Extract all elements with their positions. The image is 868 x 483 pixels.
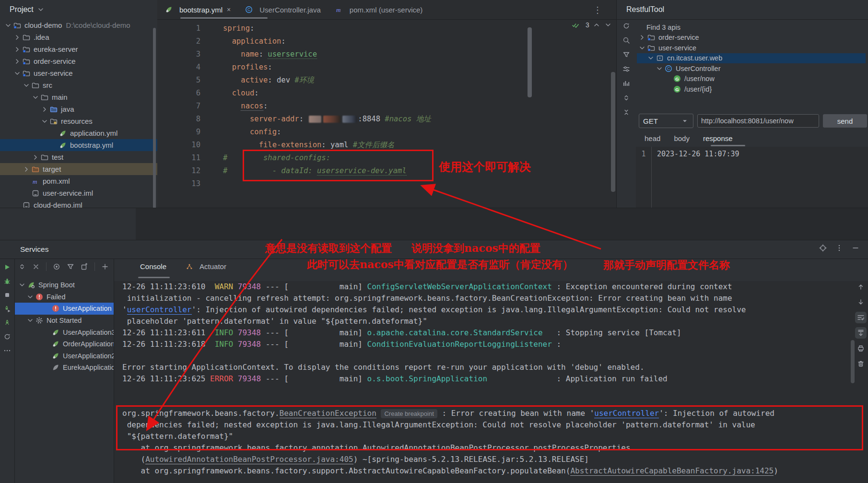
tree-row[interactable]: mpom.xml [0, 175, 157, 187]
chevron-right-icon[interactable] [13, 58, 22, 65]
down-arrow-icon[interactable] [855, 296, 867, 308]
tree-row[interactable]: UserApplication [15, 303, 114, 315]
console-segment[interactable]: BeanCreationException [280, 409, 376, 418]
tree-row[interactable]: user-service [0, 67, 157, 79]
chevron-down-icon[interactable] [4, 22, 12, 29]
close-icon[interactable]: × [227, 6, 231, 13]
target-icon[interactable] [819, 244, 827, 252]
stop-icon[interactable] [3, 291, 11, 299]
url-input[interactable]: http://localhost:8081/user/now [697, 114, 819, 128]
tree-row[interactable]: OrderApplication [15, 338, 114, 350]
tree-row[interactable]: application.yml [0, 127, 157, 139]
tab-console[interactable]: Console [140, 262, 166, 271]
tree-row[interactable]: main [0, 91, 157, 103]
chevron-down-icon[interactable] [26, 293, 35, 301]
chevron-down-icon[interactable] [604, 21, 612, 29]
tree-row[interactable]: Failed [15, 291, 114, 303]
refresh-icon[interactable] [622, 22, 630, 30]
minimize-icon[interactable] [852, 244, 859, 252]
add-icon[interactable] [101, 263, 109, 271]
tree-row[interactable]: G/user/{id} [637, 84, 866, 94]
project-panel-header[interactable]: Project [0, 0, 157, 19]
run-icon[interactable] [3, 263, 11, 271]
open-new-icon[interactable] [81, 263, 88, 271]
tree-row[interactable]: UserApplication2 [15, 350, 114, 362]
tree-row[interactable]: Find 3 apis [637, 22, 866, 33]
editor-tab[interactable]: mpom.xml (user-service) [328, 0, 430, 19]
code-editor[interactable]: 1spring:2 application:3 name: userservic… [157, 22, 431, 190]
send-button[interactable]: send [823, 114, 867, 128]
tab-response[interactable]: response [703, 134, 733, 142]
console-segment[interactable]: AbstractAutowireCapableBeanFactory.java:… [570, 466, 774, 476]
more-icon[interactable] [3, 347, 11, 354]
tree-row[interactable]: cn.itcast.user.web [637, 53, 866, 64]
debug-icon[interactable] [3, 277, 11, 285]
editor-tab[interactable]: bootstrap.yml× [157, 0, 237, 19]
tree-row[interactable]: java [0, 103, 157, 115]
printer-icon[interactable] [855, 342, 867, 354]
soft-wrap-icon[interactable] [855, 312, 867, 323]
console-segment[interactable]: AutowiredAnnotationBeanPostProcessor.jav… [145, 455, 353, 464]
chevron-up-icon[interactable] [592, 21, 601, 29]
tab-body[interactable]: body [674, 134, 690, 142]
tree-row[interactable]: bootstrap.yml [0, 139, 157, 151]
tree-row[interactable]: target [0, 163, 157, 175]
kebab-icon[interactable] [835, 244, 843, 252]
chevron-down-icon[interactable] [36, 6, 45, 13]
chevron-right-icon[interactable] [40, 106, 49, 113]
chevron-down-icon[interactable] [13, 70, 22, 77]
tree-row[interactable]: user-service [637, 43, 866, 53]
tree-row[interactable]: resources [0, 115, 157, 127]
chevron-down-icon[interactable] [646, 54, 655, 62]
search-icon[interactable] [622, 36, 630, 44]
chevron-right-icon[interactable] [22, 165, 31, 173]
scroll-end-icon[interactable] [855, 327, 867, 339]
console-scrollbar[interactable] [851, 340, 855, 383]
rocket-icon[interactable] [3, 319, 11, 327]
tab-head[interactable]: head [645, 134, 660, 142]
tree-row[interactable]: EurekaApplication [15, 362, 114, 374]
chevron-right-icon[interactable] [13, 46, 22, 53]
expand-all-icon[interactable] [622, 94, 630, 102]
tree-row[interactable]: order-service [0, 55, 157, 67]
editor-scrollbar-thumb[interactable] [528, 27, 532, 97]
tree-row[interactable]: Not Started [15, 315, 114, 327]
tree-row[interactable]: G/user/now [637, 74, 866, 84]
chevron-right-icon[interactable] [638, 34, 646, 41]
sliders-icon[interactable] [622, 65, 630, 73]
editor-tab[interactable]: CUserController.java [237, 0, 328, 19]
tree-row[interactable]: order-service [637, 33, 866, 43]
console-segment[interactable]: userController [127, 305, 192, 315]
chevron-down-icon[interactable] [40, 118, 49, 125]
sort-icon[interactable] [18, 263, 26, 271]
chevron-right-icon[interactable] [31, 153, 40, 161]
chevron-down-icon[interactable] [31, 94, 40, 101]
tree-row[interactable]: cloud-demoD:\code\cloud-demo [0, 19, 157, 31]
editor-scrollbar[interactable] [611, 72, 615, 192]
services-header[interactable]: Services [0, 240, 868, 259]
chevron-down-icon[interactable] [655, 65, 664, 72]
kebab-icon[interactable]: ⋮ [593, 5, 602, 15]
chevron-down-icon[interactable] [18, 281, 26, 289]
tree-row[interactable]: user-service.iml [0, 187, 157, 199]
chart-bars-icon[interactable] [622, 80, 630, 87]
filter-icon[interactable] [67, 263, 74, 271]
tree-row[interactable]: test [0, 151, 157, 163]
tree-row[interactable]: Spring Boot [15, 279, 114, 291]
tree-row[interactable]: CUserController [637, 63, 866, 74]
tree-row[interactable]: eureka-server [0, 43, 157, 55]
inspections-widget[interactable]: 3 [571, 21, 612, 29]
refresh-icon[interactable] [3, 333, 11, 341]
chevron-down-icon[interactable] [22, 82, 31, 89]
method-select[interactable]: GET [639, 114, 693, 128]
tree-row[interactable]: UserApplication3 [15, 326, 114, 338]
close-icon[interactable] [32, 263, 40, 271]
tab-actuator[interactable]: Actuator [185, 262, 226, 271]
filter-icon[interactable] [622, 51, 630, 59]
chevron-down-icon[interactable] [638, 44, 646, 52]
up-arrow-icon[interactable] [855, 281, 867, 293]
tree-row[interactable]: src [0, 79, 157, 91]
chevron-down-icon[interactable] [26, 317, 35, 324]
project-scrollbar[interactable] [153, 28, 156, 220]
rocket-run-icon[interactable] [3, 305, 11, 313]
